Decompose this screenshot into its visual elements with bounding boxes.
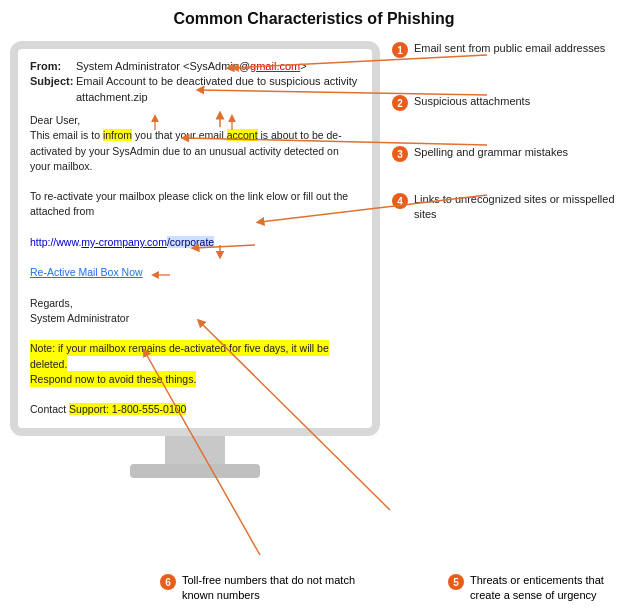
monitor-wrapper: From: System Administrator <SysAdmin@gma… <box>10 41 380 478</box>
subject-row: Subject: Email Account to be deactivated… <box>30 74 360 105</box>
from-row: From: System Administrator <SysAdmin@gma… <box>30 59 360 74</box>
from-value: System Administrator <SysAdmin@gmail.com… <box>76 59 307 74</box>
callout-text-6: Toll-free numbers that do not match know… <box>182 573 370 603</box>
callout-text-3: Spelling and grammar mistakes <box>414 145 568 160</box>
callout-6: 6 Toll-free numbers that do not match kn… <box>160 573 370 603</box>
callout-text-4: Links to unrecognized sites or misspelle… <box>414 192 618 222</box>
greeting: Dear User, <box>30 113 360 128</box>
monitor-body: From: System Administrator <SysAdmin@gma… <box>10 41 380 436</box>
callout-number-1: 1 <box>392 42 408 58</box>
callout-text-1: Email sent from public email addresses <box>414 41 605 56</box>
callout-1: 1 Email sent from public email addresses <box>392 41 618 58</box>
monitor-stand-neck <box>165 436 225 464</box>
callout-2: 2 Suspicious attachments <box>392 94 618 111</box>
callout-number-3: 3 <box>392 146 408 162</box>
callouts-panel: 1 Email sent from public email addresses… <box>380 36 618 222</box>
reactivate-link[interactable]: Re-Active Mail Box Now <box>30 265 360 280</box>
body-para2: To re-activate your mailbox please click… <box>30 189 360 219</box>
email-header: From: System Administrator <SysAdmin@gma… <box>30 59 360 105</box>
main-layout: From: System Administrator <SysAdmin@gma… <box>0 36 628 478</box>
callout-number-6: 6 <box>160 574 176 590</box>
email-body: Dear User, This email is to infrom you t… <box>30 113 360 417</box>
page-title: Common Characteristics of Phishing <box>0 0 628 36</box>
monitor-stand-base <box>130 464 260 478</box>
regards: Regards, <box>30 296 360 311</box>
from-label: From: <box>30 59 72 74</box>
callout-4: 4 Links to unrecognized sites or misspel… <box>392 192 618 222</box>
callout-5: 5 Threats or enticements that create a s… <box>448 573 618 603</box>
url-line: http://www.my-crompany.com/corporate <box>30 235 360 250</box>
callout-3: 3 Spelling and grammar mistakes <box>392 145 618 162</box>
callout-number-2: 2 <box>392 95 408 111</box>
contact-line: Contact Support: 1-800-555-0100 <box>30 402 360 417</box>
subject-label: Subject: <box>30 74 72 105</box>
callout-number-4: 4 <box>392 193 408 209</box>
monitor-screen: From: System Administrator <SysAdmin@gma… <box>18 49 372 428</box>
callout-text-5: Threats or enticements that create a sen… <box>470 573 618 603</box>
callout-text-2: Suspicious attachments <box>414 94 530 109</box>
subject-value: Email Account to be deactivated due to s… <box>76 74 360 105</box>
body-para1: This email is to infrom you that your em… <box>30 128 360 174</box>
page-container: Common Characteristics of Phishing From:… <box>0 0 628 615</box>
note-highlight: Note: if your mailbox remains de-activat… <box>30 341 360 387</box>
sysadmin: System Administrator <box>30 311 360 326</box>
callout-number-5: 5 <box>448 574 464 590</box>
